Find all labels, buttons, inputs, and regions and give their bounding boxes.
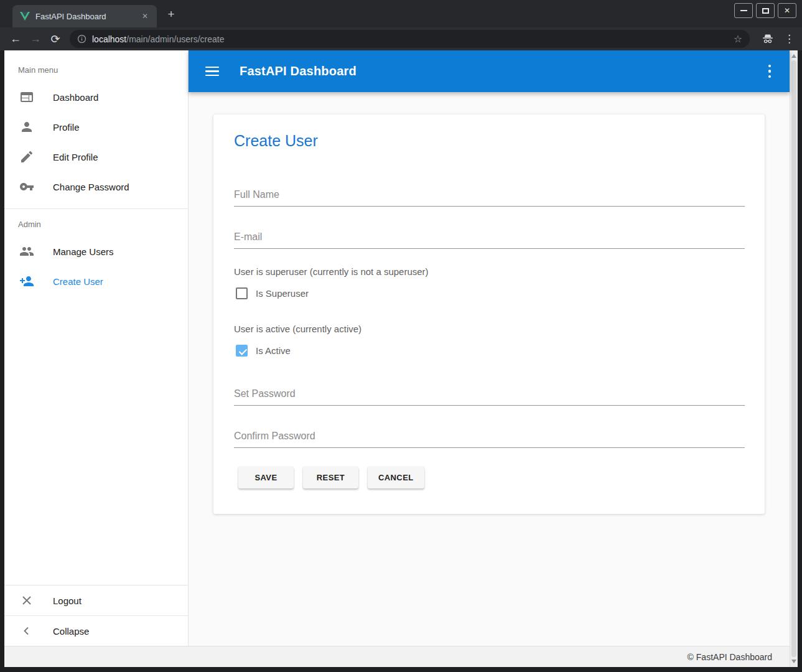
tab-title: FastAPI Dashboard	[35, 12, 139, 21]
bookmark-star-icon[interactable]: ☆	[734, 33, 742, 45]
hamburger-menu-icon[interactable]	[205, 67, 219, 77]
minimize-button[interactable]	[734, 3, 753, 18]
url-text[interactable]: localhost/main/admin/users/create	[92, 34, 224, 44]
cancel-button[interactable]: CANCEL	[368, 467, 424, 488]
set-password-input[interactable]	[234, 388, 745, 406]
forward-icon[interactable]: →	[26, 32, 45, 45]
sidebar-item-create-user[interactable]: Create User	[4, 266, 188, 296]
main-content: Create User User is superuser (currently…	[189, 92, 790, 646]
active-hint: User is active (currently active)	[234, 324, 361, 334]
chevron-left-icon	[19, 623, 34, 638]
set-password-field-wrap	[234, 388, 745, 406]
sidebar-item-label: Dashboard	[53, 92, 98, 103]
email-input[interactable]	[234, 231, 745, 249]
copyright-text: © FastAPI Dashboard	[688, 652, 772, 662]
maximize-button[interactable]	[756, 3, 775, 18]
save-button[interactable]: SAVE	[238, 467, 294, 488]
vue-favicon-icon	[20, 12, 30, 21]
incognito-icon	[762, 34, 774, 44]
sidebar-bottom: Logout Collapse	[4, 585, 188, 646]
sidebar-item-label: Edit Profile	[53, 152, 98, 162]
page-title: Create User	[234, 132, 318, 150]
sidebar-item-label: Collapse	[53, 626, 89, 637]
close-window-icon: ✕	[784, 7, 790, 14]
minimize-icon	[740, 10, 747, 11]
dashboard-icon	[19, 90, 34, 105]
page-info-icon[interactable]	[77, 34, 86, 44]
sidebar-item-logout[interactable]: Logout	[4, 586, 188, 615]
url-host: localhost	[92, 34, 126, 44]
app-bar: FastAPI Dashboard	[189, 50, 790, 92]
app-bar-menu-icon[interactable]	[768, 65, 772, 78]
sidebar-item-profile[interactable]: Profile	[4, 112, 188, 142]
scroll-down-icon[interactable]	[791, 660, 796, 663]
scroll-up-icon[interactable]	[791, 54, 796, 58]
is-superuser-row: Is Superuser	[236, 287, 309, 299]
new-tab-button[interactable]: +	[164, 7, 179, 22]
is-superuser-label: Is Superuser	[256, 288, 309, 299]
close-x-icon	[19, 593, 34, 608]
app-bar-title: FastAPI Dashboard	[240, 64, 357, 78]
sidebar-item-edit-profile[interactable]: Edit Profile	[4, 142, 188, 172]
reset-button[interactable]: RESET	[303, 467, 358, 488]
person-add-icon	[19, 274, 34, 289]
browser-menu-icon[interactable]: ⋮	[784, 32, 795, 45]
sidebar-item-label: Profile	[53, 122, 80, 133]
sidebar: Main menu Dashboard Profile Edit Profile	[4, 50, 189, 646]
scrollbar-thumb[interactable]	[791, 60, 796, 657]
key-icon	[19, 179, 34, 194]
people-icon	[19, 244, 34, 259]
sidebar-item-dashboard[interactable]: Dashboard	[4, 82, 188, 112]
form-buttons: SAVE RESET CANCEL	[238, 467, 424, 488]
sidebar-item-manage-users[interactable]: Manage Users	[4, 236, 188, 266]
sidebar-item-collapse[interactable]: Collapse	[4, 616, 188, 646]
email-field-wrap	[234, 231, 745, 249]
confirm-password-field-wrap	[234, 431, 745, 448]
page-viewport: Main menu Dashboard Profile Edit Profile	[4, 50, 798, 667]
page-footer: © FastAPI Dashboard	[4, 646, 790, 667]
is-active-row: Is Active	[236, 345, 291, 357]
address-bar[interactable]: localhost/main/admin/users/create ☆	[70, 30, 750, 48]
vertical-scrollbar[interactable]	[790, 50, 798, 667]
create-user-card: Create User User is superuser (currently…	[213, 114, 765, 514]
full-name-field-wrap	[234, 189, 745, 207]
browser-tab[interactable]: FastAPI Dashboard ✕	[12, 5, 157, 27]
pencil-icon	[19, 149, 34, 164]
maximize-icon	[762, 8, 769, 14]
tab-close-icon[interactable]: ✕	[139, 11, 151, 22]
person-icon	[19, 119, 34, 134]
is-active-label: Is Active	[256, 345, 291, 356]
tab-strip: FastAPI Dashboard ✕ + ✕	[0, 0, 802, 27]
window-controls: ✕	[734, 3, 796, 18]
full-name-input[interactable]	[234, 189, 745, 207]
sidebar-section-admin: Admin	[4, 209, 188, 236]
browser-toolbar: ← → ⟳ localhost/main/admin/users/create …	[0, 27, 802, 50]
url-path: /main/admin/users/create	[126, 34, 224, 44]
superuser-hint: User is superuser (currently is not a su…	[234, 266, 429, 277]
browser-window: FastAPI Dashboard ✕ + ✕ ← → ⟳ localhost/…	[0, 0, 802, 672]
close-window-button[interactable]: ✕	[778, 3, 796, 18]
sidebar-item-label: Change Password	[53, 182, 129, 192]
sidebar-item-label: Create User	[53, 276, 103, 287]
sidebar-item-label: Logout	[53, 595, 82, 606]
is-active-checkbox[interactable]	[236, 345, 248, 357]
reload-icon[interactable]: ⟳	[46, 32, 65, 46]
sidebar-section-main-menu: Main menu	[4, 50, 188, 82]
back-icon[interactable]: ←	[6, 32, 25, 45]
sidebar-item-label: Manage Users	[53, 246, 114, 257]
confirm-password-input[interactable]	[234, 431, 745, 448]
is-superuser-checkbox[interactable]	[236, 287, 248, 299]
sidebar-item-change-password[interactable]: Change Password	[4, 172, 188, 202]
